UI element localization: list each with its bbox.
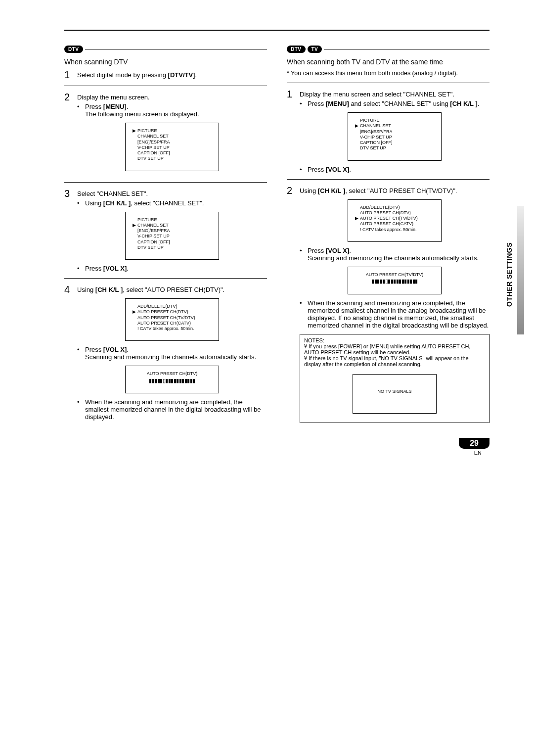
- text: Display the menu screen.: [77, 94, 267, 101]
- osd-item: DTV SET UP: [133, 245, 212, 250]
- divider: [287, 83, 490, 83]
- progress-bar: ▮▮▮▮▮▯▮▮▮▮▮▮▮▮▮▮▮: [133, 377, 212, 384]
- osd-item-label: [ENG]/ESP/FRA: [137, 140, 170, 145]
- pointer-icon: ▶: [133, 223, 137, 228]
- mode-note: * You can access this menu from both mod…: [287, 70, 490, 77]
- bullet-icon: •: [300, 100, 305, 107]
- osd-item: AUTO PRESET CH(TV/DTV): [133, 315, 212, 321]
- osd-screen: AUTO PRESET CH(DTV) ▮▮▮▮▮▯▮▮▮▮▮▮▮▮▮▮▮: [125, 366, 219, 393]
- osd-item: DTV SET UP: [133, 156, 212, 161]
- page-number: 29: [459, 438, 490, 449]
- osd-title: AUTO PRESET CH(DTV): [133, 371, 212, 377]
- osd-screen: NO TV SIGNALS: [353, 374, 437, 414]
- bullet-icon: •: [77, 346, 82, 361]
- osd-item-label: ! CATV takes approx. 50min.: [137, 326, 194, 331]
- osd-item: ADD/DELETE(DTV): [355, 205, 434, 210]
- ch-button-ref: [CH K/L ]: [450, 100, 477, 107]
- step-number: 2: [287, 186, 296, 195]
- bullet-icon: •: [300, 247, 305, 262]
- pointer-icon: ▶: [355, 216, 360, 221]
- menu-button-ref: [MENU]: [103, 103, 127, 110]
- text: Select digital mode by pressing: [77, 71, 168, 79]
- ch-button-ref: [CH K/L ]: [103, 199, 131, 207]
- osd-item-label: DTV SET UP: [360, 145, 386, 151]
- right-heading: When scanning both TV and DTV at the sam…: [287, 58, 490, 66]
- osd-item-label: AUTO PRESET CH(CATV): [360, 221, 413, 227]
- ch-button-ref: [CH K/L ]: [318, 187, 345, 194]
- osd-item-label: PICTURE: [137, 217, 157, 223]
- osd-item-label: ! CATV takes approx. 50min.: [360, 227, 416, 233]
- badge-rule: [324, 49, 490, 49]
- bullet-icon: •: [300, 299, 305, 329]
- text: Scanning and memorizing the channels aut…: [85, 353, 267, 361]
- text: Press: [85, 265, 103, 272]
- left-heading: When scanning DTV: [64, 58, 267, 66]
- osd-item-label: ADD/DELETE(DTV): [137, 304, 178, 309]
- dtv-tv-button-ref: [DTV/TV]: [168, 71, 195, 79]
- osd-item: V-CHIP SET UP: [133, 234, 212, 239]
- text: .: [127, 265, 129, 272]
- bullet-icon: •: [300, 166, 305, 173]
- osd-item-label: ADD/DELETE(DTV): [360, 205, 400, 210]
- progress-bar: ▮▮▮▮▮▯▮▮▮▮▮▮▮▮▮▮▮: [355, 278, 434, 284]
- pointer-icon: ▶: [133, 309, 137, 315]
- text: When the scanning and memorizing are com…: [308, 299, 490, 329]
- osd-item: [ENG]/ESP/FRA: [133, 140, 212, 145]
- notes-title: NOTES:: [304, 337, 485, 343]
- text: Using: [300, 187, 318, 194]
- badge-rule: [85, 49, 267, 49]
- pointer-icon: ▶: [133, 128, 137, 134]
- note-item: ¥ If you press [POWER] or [MENU] while s…: [304, 343, 485, 355]
- step-number: 4: [64, 284, 73, 294]
- dtv-badge: DTV: [64, 46, 83, 53]
- osd-item: PICTURE: [355, 118, 434, 123]
- text: Press: [308, 166, 326, 173]
- osd-item-label: CAPTION [OFF]: [137, 239, 170, 245]
- text: Press: [85, 103, 103, 110]
- osd-item: CAPTION [OFF]: [355, 140, 434, 145]
- text: , select "AUTO PRESET CH(DTV)".: [123, 286, 224, 293]
- notes-box: NOTES: ¥ If you press [POWER] or [MENU] …: [300, 334, 490, 423]
- text: Using: [85, 199, 103, 207]
- bullet-icon: •: [77, 199, 82, 207]
- osd-item-label: [ENG]/ESP/FRA: [360, 129, 393, 135]
- osd-item-label: AUTO PRESET CH(TV/DTV): [137, 315, 195, 321]
- right-column: DTV TV When scanning both TV and DTV at …: [287, 46, 490, 423]
- vol-button-ref: [VOL X]: [103, 346, 127, 353]
- vol-button-ref: [VOL X]: [326, 247, 349, 254]
- osd-item: ! CATV takes approx. 50min.: [133, 326, 212, 331]
- osd-screen: PICTURE▶CHANNEL SET[ENG]/ESP/FRAV-CHIP S…: [125, 212, 219, 260]
- badge-row: DTV TV: [287, 46, 490, 53]
- note-item: ¥ If there is no TV signal input, "NO TV…: [304, 355, 485, 367]
- osd-item-label: AUTO PRESET CH(TV/DTV): [360, 216, 418, 221]
- text: , select "CHANNEL SET".: [131, 199, 204, 207]
- osd-item-label: DTV SET UP: [137, 156, 164, 161]
- osd-item-label: AUTO PRESET CH(DTV): [360, 210, 411, 216]
- text: .: [478, 100, 480, 107]
- osd-item: AUTO PRESET CH(CATV): [133, 321, 212, 326]
- step-number: 3: [64, 189, 73, 198]
- step-number: 1: [64, 70, 73, 80]
- osd-item-label: V-CHIP SET UP: [360, 135, 392, 140]
- badge-row: DTV: [64, 46, 267, 53]
- pointer-icon: ▶: [355, 123, 360, 129]
- step-3: 3 Select "CHANNEL SET". • Using [CH K/L …: [64, 189, 267, 273]
- divider: [287, 179, 490, 180]
- no-signal-text: NO TV SIGNALS: [378, 389, 412, 394]
- osd-item: AUTO PRESET CH(CATV): [355, 221, 434, 227]
- osd-item-label: AUTO PRESET CH(DTV): [137, 309, 188, 315]
- step-2: 2 Using [CH K/L ], select "AUTO PRESET C…: [287, 186, 490, 423]
- osd-item-label: AUTO PRESET CH(CATV): [137, 321, 191, 326]
- dtv-badge: DTV: [287, 46, 306, 53]
- osd-item: ▶PICTURE: [133, 128, 212, 134]
- osd-item: [ENG]/ESP/FRA: [355, 129, 434, 135]
- left-column: DTV When scanning DTV 1 Select digital m…: [64, 46, 267, 423]
- tv-badge: TV: [308, 46, 322, 53]
- osd-item: ▶CHANNEL SET: [355, 123, 434, 129]
- text: Press: [308, 247, 326, 254]
- osd-item-label: CHANNEL SET: [360, 123, 391, 129]
- section-label: OTHER SETTINGS: [505, 242, 513, 307]
- osd-item: V-CHIP SET UP: [355, 135, 434, 140]
- osd-item: CHANNEL SET: [133, 134, 212, 139]
- top-rule: [64, 30, 490, 31]
